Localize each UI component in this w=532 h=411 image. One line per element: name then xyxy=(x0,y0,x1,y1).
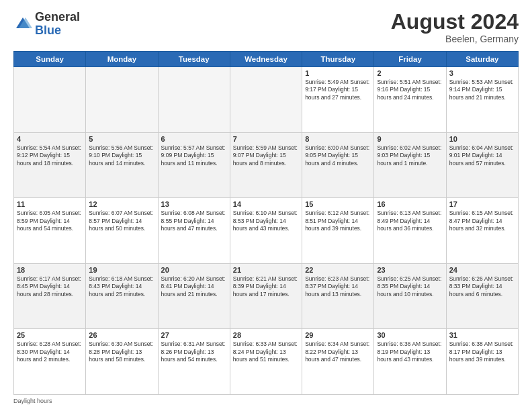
day-number: 25 xyxy=(17,331,83,339)
day-number: 4 xyxy=(17,135,83,143)
calendar-cell: 15Sunrise: 6:12 AM Sunset: 8:51 PM Dayli… xyxy=(302,198,374,264)
calendar-cell: 19Sunrise: 6:18 AM Sunset: 8:43 PM Dayli… xyxy=(86,263,158,329)
logo-icon xyxy=(13,15,32,34)
day-number: 26 xyxy=(89,331,154,339)
calendar-cell: 25Sunrise: 6:28 AM Sunset: 8:30 PM Dayli… xyxy=(14,329,86,395)
logo-blue-text: Blue xyxy=(35,24,61,37)
day-info: Sunrise: 6:04 AM Sunset: 9:01 PM Dayligh… xyxy=(449,144,515,167)
day-number: 13 xyxy=(161,200,227,208)
day-info: Sunrise: 5:56 AM Sunset: 9:10 PM Dayligh… xyxy=(89,144,154,167)
day-info: Sunrise: 6:33 AM Sunset: 8:24 PM Dayligh… xyxy=(233,340,299,363)
day-number: 10 xyxy=(449,135,515,143)
day-info: Sunrise: 6:38 AM Sunset: 8:17 PM Dayligh… xyxy=(449,340,515,363)
calendar-week-row: 18Sunrise: 6:17 AM Sunset: 8:45 PM Dayli… xyxy=(14,263,519,329)
calendar-cell: 28Sunrise: 6:33 AM Sunset: 8:24 PM Dayli… xyxy=(230,329,302,395)
day-number: 17 xyxy=(449,200,515,208)
day-info: Sunrise: 5:57 AM Sunset: 9:09 PM Dayligh… xyxy=(161,144,227,167)
day-number: 29 xyxy=(305,331,371,339)
calendar-week-row: 4Sunrise: 5:54 AM Sunset: 9:12 PM Daylig… xyxy=(14,132,519,198)
day-number: 3 xyxy=(449,69,515,77)
day-number: 21 xyxy=(233,266,299,274)
weekday-header-row: SundayMondayTuesdayWednesdayThursdayFrid… xyxy=(14,52,519,67)
calendar-cell xyxy=(14,67,86,133)
calendar-cell: 21Sunrise: 6:21 AM Sunset: 8:39 PM Dayli… xyxy=(230,263,302,329)
calendar-week-row: 25Sunrise: 6:28 AM Sunset: 8:30 PM Dayli… xyxy=(14,329,519,395)
weekday-header: Friday xyxy=(374,52,446,67)
weekday-header: Wednesday xyxy=(230,52,302,67)
weekday-header: Tuesday xyxy=(158,52,230,67)
calendar-cell: 11Sunrise: 6:05 AM Sunset: 8:59 PM Dayli… xyxy=(14,198,86,264)
logo-general-text: General xyxy=(35,10,80,24)
calendar: SundayMondayTuesdayWednesdayThursdayFrid… xyxy=(13,51,519,395)
day-info: Sunrise: 6:34 AM Sunset: 8:22 PM Dayligh… xyxy=(305,340,371,363)
day-info: Sunrise: 6:17 AM Sunset: 8:45 PM Dayligh… xyxy=(17,275,83,298)
calendar-cell: 12Sunrise: 6:07 AM Sunset: 8:57 PM Dayli… xyxy=(86,198,158,264)
day-number: 22 xyxy=(305,266,371,274)
day-info: Sunrise: 6:18 AM Sunset: 8:43 PM Dayligh… xyxy=(89,275,154,298)
day-number: 16 xyxy=(377,200,443,208)
day-info: Sunrise: 5:53 AM Sunset: 9:14 PM Dayligh… xyxy=(449,79,515,101)
day-number: 30 xyxy=(377,331,443,339)
calendar-cell: 16Sunrise: 6:13 AM Sunset: 8:49 PM Dayli… xyxy=(374,198,446,264)
day-info: Sunrise: 6:25 AM Sunset: 8:35 PM Dayligh… xyxy=(377,275,443,298)
calendar-week-row: 11Sunrise: 6:05 AM Sunset: 8:59 PM Dayli… xyxy=(14,198,519,264)
calendar-cell: 26Sunrise: 6:30 AM Sunset: 8:28 PM Dayli… xyxy=(86,329,158,395)
calendar-cell: 23Sunrise: 6:25 AM Sunset: 8:35 PM Dayli… xyxy=(374,263,446,329)
day-info: Sunrise: 6:31 AM Sunset: 8:26 PM Dayligh… xyxy=(161,340,227,363)
day-number: 19 xyxy=(89,266,154,274)
weekday-header: Saturday xyxy=(446,52,518,67)
day-info: Sunrise: 6:08 AM Sunset: 8:55 PM Dayligh… xyxy=(161,210,227,232)
day-info: Sunrise: 6:36 AM Sunset: 8:19 PM Dayligh… xyxy=(377,340,443,363)
title-block: August 2024 Beelen, Germany xyxy=(391,11,519,44)
day-number: 8 xyxy=(305,135,371,143)
day-info: Sunrise: 6:28 AM Sunset: 8:30 PM Dayligh… xyxy=(17,340,83,363)
calendar-cell: 31Sunrise: 6:38 AM Sunset: 8:17 PM Dayli… xyxy=(446,329,518,395)
day-number: 23 xyxy=(377,266,443,274)
weekday-header: Thursday xyxy=(302,52,374,67)
calendar-cell: 29Sunrise: 6:34 AM Sunset: 8:22 PM Dayli… xyxy=(302,329,374,395)
day-number: 5 xyxy=(89,135,154,143)
day-number: 28 xyxy=(233,331,299,339)
calendar-cell: 27Sunrise: 6:31 AM Sunset: 8:26 PM Dayli… xyxy=(158,329,230,395)
day-info: Sunrise: 5:49 AM Sunset: 9:17 PM Dayligh… xyxy=(305,79,371,101)
day-info: Sunrise: 6:30 AM Sunset: 8:28 PM Dayligh… xyxy=(89,340,154,363)
calendar-cell: 14Sunrise: 6:10 AM Sunset: 8:53 PM Dayli… xyxy=(230,198,302,264)
page: General Blue August 2024 Beelen, Germany… xyxy=(0,0,532,411)
day-number: 2 xyxy=(377,69,443,77)
day-number: 20 xyxy=(161,266,227,274)
calendar-cell: 4Sunrise: 5:54 AM Sunset: 9:12 PM Daylig… xyxy=(14,132,86,198)
calendar-cell: 20Sunrise: 6:20 AM Sunset: 8:41 PM Dayli… xyxy=(158,263,230,329)
calendar-cell: 30Sunrise: 6:36 AM Sunset: 8:19 PM Dayli… xyxy=(374,329,446,395)
day-number: 14 xyxy=(233,200,299,208)
footer-note: Daylight hours xyxy=(13,398,519,404)
day-info: Sunrise: 6:15 AM Sunset: 8:47 PM Dayligh… xyxy=(449,210,515,232)
calendar-cell: 17Sunrise: 6:15 AM Sunset: 8:47 PM Dayli… xyxy=(446,198,518,264)
day-info: Sunrise: 6:00 AM Sunset: 9:05 PM Dayligh… xyxy=(305,144,371,167)
day-info: Sunrise: 5:51 AM Sunset: 9:16 PM Dayligh… xyxy=(377,79,443,101)
header: General Blue August 2024 Beelen, Germany xyxy=(13,11,519,44)
calendar-cell: 3Sunrise: 5:53 AM Sunset: 9:14 PM Daylig… xyxy=(446,67,518,133)
calendar-cell: 6Sunrise: 5:57 AM Sunset: 9:09 PM Daylig… xyxy=(158,132,230,198)
day-info: Sunrise: 6:05 AM Sunset: 8:59 PM Dayligh… xyxy=(17,210,83,232)
day-info: Sunrise: 6:26 AM Sunset: 8:33 PM Dayligh… xyxy=(449,275,515,298)
calendar-cell xyxy=(158,67,230,133)
day-number: 9 xyxy=(377,135,443,143)
month-year: August 2024 xyxy=(391,11,519,32)
day-number: 1 xyxy=(305,69,371,77)
day-info: Sunrise: 6:13 AM Sunset: 8:49 PM Dayligh… xyxy=(377,210,443,232)
calendar-cell: 5Sunrise: 5:56 AM Sunset: 9:10 PM Daylig… xyxy=(86,132,158,198)
day-number: 27 xyxy=(161,331,227,339)
day-info: Sunrise: 5:59 AM Sunset: 9:07 PM Dayligh… xyxy=(233,144,299,167)
day-info: Sunrise: 6:02 AM Sunset: 9:03 PM Dayligh… xyxy=(377,144,443,167)
day-number: 6 xyxy=(161,135,227,143)
day-info: Sunrise: 6:20 AM Sunset: 8:41 PM Dayligh… xyxy=(161,275,227,298)
day-number: 12 xyxy=(89,200,154,208)
calendar-week-row: 1Sunrise: 5:49 AM Sunset: 9:17 PM Daylig… xyxy=(14,67,519,133)
day-info: Sunrise: 6:10 AM Sunset: 8:53 PM Dayligh… xyxy=(233,210,299,232)
day-number: 24 xyxy=(449,266,515,274)
day-number: 18 xyxy=(17,266,83,274)
day-info: Sunrise: 6:23 AM Sunset: 8:37 PM Dayligh… xyxy=(305,275,371,298)
day-number: 11 xyxy=(17,200,83,208)
calendar-cell: 8Sunrise: 6:00 AM Sunset: 9:05 PM Daylig… xyxy=(302,132,374,198)
calendar-cell: 10Sunrise: 6:04 AM Sunset: 9:01 PM Dayli… xyxy=(446,132,518,198)
